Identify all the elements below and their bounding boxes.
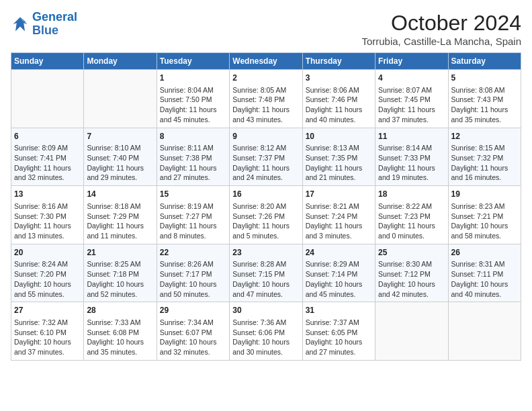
day-detail: Sunrise: 7:32 AM Sunset: 6:10 PM Dayligh… <box>14 318 81 357</box>
day-detail: Sunrise: 8:21 AM Sunset: 7:24 PM Dayligh… <box>306 201 372 241</box>
day-number: 31 <box>306 305 372 316</box>
day-number: 4 <box>378 73 445 84</box>
day-detail: Sunrise: 8:19 AM Sunset: 7:27 PM Dayligh… <box>160 201 226 241</box>
day-number: 23 <box>232 247 299 259</box>
calendar-cell <box>448 302 521 361</box>
day-detail: Sunrise: 8:13 AM Sunset: 7:35 PM Dayligh… <box>306 143 372 183</box>
day-detail: Sunrise: 8:09 AM Sunset: 7:41 PM Dayligh… <box>14 143 81 183</box>
day-header-wednesday: Wednesday <box>230 53 302 70</box>
day-detail: Sunrise: 8:16 AM Sunset: 7:30 PM Dayligh… <box>14 201 81 241</box>
calendar-cell: 11Sunrise: 8:14 AM Sunset: 7:33 PM Dayli… <box>375 128 448 186</box>
day-number: 15 <box>160 189 226 200</box>
day-number: 18 <box>378 189 445 200</box>
calendar-cell: 31Sunrise: 7:37 AM Sunset: 6:05 PM Dayli… <box>302 302 375 361</box>
day-detail: Sunrise: 8:25 AM Sunset: 7:18 PM Dayligh… <box>87 259 153 299</box>
calendar-cell: 19Sunrise: 8:23 AM Sunset: 7:21 PM Dayli… <box>448 186 521 244</box>
logo-line1: General <box>32 11 77 24</box>
day-number: 13 <box>14 189 81 200</box>
calendar-cell: 28Sunrise: 7:33 AM Sunset: 6:08 PM Dayli… <box>84 302 157 361</box>
day-number: 28 <box>87 305 153 316</box>
calendar-cell: 7Sunrise: 8:10 AM Sunset: 7:40 PM Daylig… <box>84 128 157 186</box>
calendar-cell: 13Sunrise: 8:16 AM Sunset: 7:30 PM Dayli… <box>11 186 84 244</box>
logo-line2: Blue <box>32 24 77 38</box>
calendar-cell: 14Sunrise: 8:18 AM Sunset: 7:29 PM Dayli… <box>84 186 157 244</box>
day-number: 6 <box>14 131 81 142</box>
day-number: 11 <box>378 131 445 142</box>
calendar-cell: 9Sunrise: 8:12 AM Sunset: 7:37 PM Daylig… <box>230 128 302 186</box>
day-header-sunday: Sunday <box>11 53 84 70</box>
day-number: 10 <box>306 131 372 142</box>
day-detail: Sunrise: 7:33 AM Sunset: 6:08 PM Dayligh… <box>87 318 153 357</box>
logo: General Blue <box>11 11 77 38</box>
day-detail: Sunrise: 7:36 AM Sunset: 6:06 PM Dayligh… <box>232 318 299 357</box>
day-detail: Sunrise: 8:07 AM Sunset: 7:45 PM Dayligh… <box>378 85 445 125</box>
day-number: 3 <box>306 73 372 84</box>
day-detail: Sunrise: 8:08 AM Sunset: 7:43 PM Dayligh… <box>451 85 518 125</box>
day-number: 19 <box>451 189 518 200</box>
calendar-cell: 1Sunrise: 8:04 AM Sunset: 7:50 PM Daylig… <box>157 70 229 128</box>
calendar-table: SundayMondayTuesdayWednesdayThursdayFrid… <box>11 52 521 361</box>
calendar-cell: 23Sunrise: 8:28 AM Sunset: 7:15 PM Dayli… <box>230 244 302 302</box>
calendar-cell <box>84 70 157 128</box>
calendar-week-5: 27Sunrise: 7:32 AM Sunset: 6:10 PM Dayli… <box>11 302 521 361</box>
calendar-cell: 4Sunrise: 8:07 AM Sunset: 7:45 PM Daylig… <box>375 70 448 128</box>
day-number: 9 <box>232 131 299 142</box>
calendar-cell: 16Sunrise: 8:20 AM Sunset: 7:26 PM Dayli… <box>230 186 302 244</box>
calendar-week-2: 6Sunrise: 8:09 AM Sunset: 7:41 PM Daylig… <box>11 128 521 186</box>
calendar-cell: 5Sunrise: 8:08 AM Sunset: 7:43 PM Daylig… <box>448 70 521 128</box>
calendar-week-3: 13Sunrise: 8:16 AM Sunset: 7:30 PM Dayli… <box>11 186 521 244</box>
day-detail: Sunrise: 8:28 AM Sunset: 7:15 PM Dayligh… <box>232 259 299 299</box>
logo-icon <box>11 15 30 34</box>
day-detail: Sunrise: 8:15 AM Sunset: 7:32 PM Dayligh… <box>451 143 518 183</box>
svg-marker-0 <box>13 17 28 31</box>
calendar-cell: 25Sunrise: 8:30 AM Sunset: 7:12 PM Dayli… <box>375 244 448 302</box>
calendar-cell: 30Sunrise: 7:36 AM Sunset: 6:06 PM Dayli… <box>230 302 302 361</box>
day-number: 24 <box>306 247 372 259</box>
day-detail: Sunrise: 8:18 AM Sunset: 7:29 PM Dayligh… <box>87 201 153 241</box>
day-header-friday: Friday <box>375 53 448 70</box>
day-number: 21 <box>87 247 153 259</box>
day-detail: Sunrise: 8:30 AM Sunset: 7:12 PM Dayligh… <box>378 259 445 299</box>
day-number: 29 <box>160 305 226 316</box>
day-detail: Sunrise: 8:05 AM Sunset: 7:48 PM Dayligh… <box>232 85 299 125</box>
day-detail: Sunrise: 8:06 AM Sunset: 7:46 PM Dayligh… <box>306 85 372 125</box>
calendar-cell: 17Sunrise: 8:21 AM Sunset: 7:24 PM Dayli… <box>302 186 375 244</box>
day-header-tuesday: Tuesday <box>157 53 229 70</box>
calendar-cell: 3Sunrise: 8:06 AM Sunset: 7:46 PM Daylig… <box>302 70 375 128</box>
day-number: 12 <box>451 131 518 142</box>
calendar-cell: 24Sunrise: 8:29 AM Sunset: 7:14 PM Dayli… <box>302 244 375 302</box>
calendar-cell: 8Sunrise: 8:11 AM Sunset: 7:38 PM Daylig… <box>157 128 229 186</box>
day-detail: Sunrise: 8:12 AM Sunset: 7:37 PM Dayligh… <box>232 143 299 183</box>
day-number: 30 <box>232 305 299 316</box>
day-number: 2 <box>232 73 299 84</box>
day-number: 5 <box>451 73 518 84</box>
day-header-thursday: Thursday <box>302 53 375 70</box>
title-block: October 2024 Torrubia, Castille-La Manch… <box>361 11 521 47</box>
day-detail: Sunrise: 8:11 AM Sunset: 7:38 PM Dayligh… <box>160 143 226 183</box>
day-number: 20 <box>14 247 81 259</box>
calendar-cell: 15Sunrise: 8:19 AM Sunset: 7:27 PM Dayli… <box>157 186 229 244</box>
calendar-cell: 6Sunrise: 8:09 AM Sunset: 7:41 PM Daylig… <box>11 128 84 186</box>
day-detail: Sunrise: 8:29 AM Sunset: 7:14 PM Dayligh… <box>306 259 372 299</box>
calendar-week-1: 1Sunrise: 8:04 AM Sunset: 7:50 PM Daylig… <box>11 70 521 128</box>
calendar-cell: 10Sunrise: 8:13 AM Sunset: 7:35 PM Dayli… <box>302 128 375 186</box>
day-number: 17 <box>306 189 372 200</box>
day-number: 26 <box>451 247 518 259</box>
calendar-cell: 2Sunrise: 8:05 AM Sunset: 7:48 PM Daylig… <box>230 70 302 128</box>
day-header-saturday: Saturday <box>448 53 521 70</box>
day-detail: Sunrise: 8:22 AM Sunset: 7:23 PM Dayligh… <box>378 201 445 241</box>
day-number: 14 <box>87 189 153 200</box>
calendar-cell: 22Sunrise: 8:26 AM Sunset: 7:17 PM Dayli… <box>157 244 229 302</box>
day-detail: Sunrise: 8:10 AM Sunset: 7:40 PM Dayligh… <box>87 143 153 183</box>
day-number: 16 <box>232 189 299 200</box>
calendar-cell: 27Sunrise: 7:32 AM Sunset: 6:10 PM Dayli… <box>11 302 84 361</box>
day-detail: Sunrise: 8:31 AM Sunset: 7:11 PM Dayligh… <box>451 259 518 299</box>
calendar-cell <box>375 302 448 361</box>
day-detail: Sunrise: 8:14 AM Sunset: 7:33 PM Dayligh… <box>378 143 445 183</box>
day-detail: Sunrise: 8:04 AM Sunset: 7:50 PM Dayligh… <box>160 85 226 125</box>
day-number: 8 <box>160 131 226 142</box>
calendar-cell: 18Sunrise: 8:22 AM Sunset: 7:23 PM Dayli… <box>375 186 448 244</box>
calendar-cell: 29Sunrise: 7:34 AM Sunset: 6:07 PM Dayli… <box>157 302 229 361</box>
day-detail: Sunrise: 8:23 AM Sunset: 7:21 PM Dayligh… <box>451 201 518 241</box>
day-detail: Sunrise: 8:20 AM Sunset: 7:26 PM Dayligh… <box>232 201 299 241</box>
